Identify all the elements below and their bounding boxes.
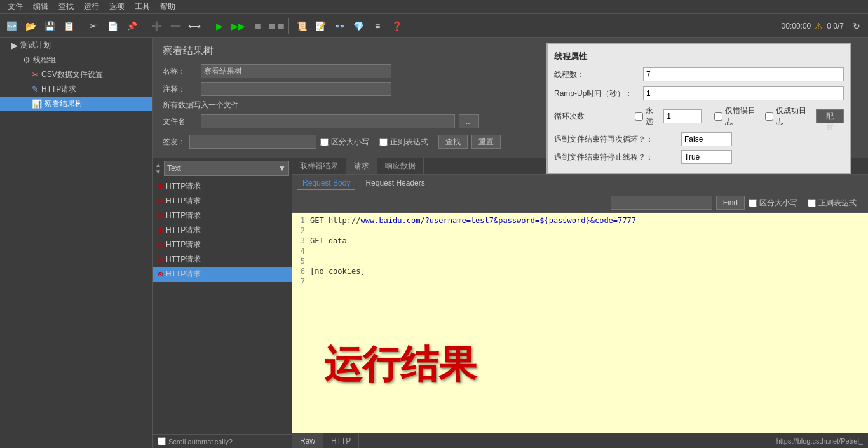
find-regex-check[interactable]: 正则表达式 — [808, 198, 857, 208]
type-dropdown[interactable]: Text ▼ — [164, 161, 289, 176]
code-url-link[interactable]: www.baidu.com/?username=test7&password=$… — [360, 216, 635, 225]
name-label: 名称： — [163, 66, 201, 77]
filename-input[interactable] — [201, 114, 455, 128]
find-input[interactable] — [611, 196, 712, 210]
result-item-6[interactable]: ⊗ HTTP请求 — [153, 252, 292, 267]
detail-panel: 取样器结果 请求 响应数据 Request Body Request Heade… — [292, 158, 868, 448]
find-button[interactable]: Find — [716, 196, 745, 210]
menu-run[interactable]: 运行 — [79, 0, 104, 13]
tb-save[interactable]: 💾 — [41, 17, 58, 35]
tb-collapse[interactable]: ➖ — [166, 17, 184, 35]
tb-diamond[interactable]: 💎 — [349, 17, 367, 35]
regex-checkbox[interactable] — [379, 138, 388, 146]
error-icon-7: ⊗ — [158, 270, 163, 278]
line-numbers: 1 2 3 4 5 6 7 — [295, 215, 310, 430]
sub-tab-headers[interactable]: Request Headers — [360, 177, 430, 190]
result-label-2: HTTP请求 — [166, 196, 201, 207]
tb-open[interactable]: 📂 — [22, 17, 39, 35]
tree-item-plan[interactable]: ▶ 测试计划 — [0, 38, 152, 53]
arrow-up[interactable]: ▲ — [155, 161, 161, 168]
tb-copy[interactable]: 📄 — [104, 17, 121, 35]
tree-item-csv[interactable]: ✂ CSV数据文件设置 — [0, 67, 152, 82]
result-item-4[interactable]: ⊗ HTTP请求 — [153, 223, 292, 238]
tb-paste[interactable]: 📌 — [123, 17, 140, 35]
search-input[interactable] — [189, 135, 316, 149]
ramp-up-input[interactable] — [643, 86, 844, 100]
find-case-checkbox[interactable] — [749, 199, 757, 207]
file-end-loop-input[interactable] — [681, 132, 732, 146]
menu-tools[interactable]: 工具 — [130, 0, 155, 13]
tb-new[interactable]: 🆕 — [3, 17, 20, 35]
find-btn[interactable]: 查找 — [438, 135, 468, 149]
reset-btn[interactable]: 重置 — [471, 135, 501, 149]
tb-cut[interactable]: ✂ — [85, 17, 102, 35]
error-icon-3: ⊗ — [158, 212, 163, 220]
sep4 — [288, 18, 289, 34]
tb-help[interactable]: ❓ — [388, 17, 405, 35]
tab-response[interactable]: 响应数据 — [377, 158, 424, 174]
code-line-1: GET http://www.baidu.com/?username=test7… — [310, 215, 865, 226]
result-item-2[interactable]: ⊗ HTTP请求 — [153, 194, 292, 208]
result-item-1[interactable]: ⊗ HTTP请求 — [153, 179, 292, 194]
bottom-tab-http[interactable]: HTTP — [323, 433, 359, 448]
tab-request[interactable]: 请求 — [346, 158, 377, 174]
forever-check[interactable]: 永远 — [635, 105, 658, 127]
loop-input[interactable] — [663, 109, 702, 123]
tb-script[interactable]: 📜 — [292, 17, 310, 35]
tb-stop[interactable]: ⏹ — [248, 17, 266, 35]
scroll-checkbox[interactable] — [158, 437, 166, 445]
code-line-2 — [310, 226, 865, 236]
tree-item-http[interactable]: ✎ HTTP请求 — [0, 82, 152, 97]
menu-find[interactable]: 查找 — [53, 0, 79, 13]
find-case-check[interactable]: 区分大小写 — [749, 198, 797, 208]
arrow-down[interactable]: ▼ — [155, 168, 161, 175]
config-btn[interactable]: 配置 — [816, 109, 844, 123]
comment-input[interactable] — [201, 82, 391, 96]
sub-tab-body[interactable]: Request Body — [297, 177, 355, 190]
tb-save2[interactable]: 📋 — [60, 17, 78, 35]
popup-title: 线程属性 — [554, 51, 844, 62]
menu-bar: 文件 编辑 查找 运行 选项 工具 帮助 — [0, 0, 868, 14]
result-items-list: ⊗ HTTP请求 ⊗ HTTP请求 ⊗ HTTP请求 ⊗ HTTP请求 — [153, 179, 292, 434]
tree-label-plan: 测试计划 — [20, 40, 51, 51]
error-log-check[interactable]: 仅错误日志 — [714, 105, 759, 127]
result-item-3[interactable]: ⊗ HTTP请求 — [153, 208, 292, 223]
case-checkbox[interactable] — [320, 138, 329, 146]
tb-expand[interactable]: ➕ — [147, 17, 165, 35]
error-log-checkbox[interactable] — [714, 112, 722, 121]
menu-edit[interactable]: 编辑 — [28, 0, 53, 13]
bottom-tab-raw[interactable]: Raw — [292, 433, 323, 448]
result-item-7[interactable]: ⊗ HTTP请求 — [153, 267, 292, 282]
tb-script2[interactable]: 📝 — [311, 17, 329, 35]
find-regex-checkbox[interactable] — [808, 199, 816, 207]
tab-sampler[interactable]: 取样器结果 — [292, 158, 346, 174]
name-input[interactable] — [201, 64, 391, 78]
forever-checkbox[interactable] — [635, 112, 643, 121]
refresh-btn[interactable]: ↻ — [848, 17, 865, 35]
ramp-up-label: Ramp-Up时间（秒）： — [554, 88, 643, 99]
menu-file[interactable]: 文件 — [3, 0, 28, 13]
success-log-check[interactable]: 仅成功日志 — [765, 105, 810, 127]
result-label-1: HTTP请求 — [166, 181, 201, 192]
code-line-4 — [310, 246, 865, 256]
success-log-checkbox[interactable] — [765, 112, 773, 121]
ln-5: 5 — [295, 256, 305, 266]
browse-btn[interactable]: ... — [459, 114, 479, 128]
tb-glasses[interactable]: 👓 — [330, 17, 348, 35]
regex-check[interactable]: 正则表达式 — [379, 137, 428, 147]
tb-stop2[interactable]: ⏹⏹ — [268, 17, 285, 35]
tb-run[interactable]: ▶ — [210, 17, 228, 35]
case-check[interactable]: 区分大小写 — [320, 137, 369, 147]
tree-item-results[interactable]: 📊 察看结果树 — [0, 97, 152, 111]
tree-item-group[interactable]: ⚙ 线程组 — [0, 53, 152, 67]
result-item-5[interactable]: ⊗ HTTP请求 — [153, 238, 292, 252]
tb-list[interactable]: ≡ — [369, 17, 386, 35]
tb-run-all[interactable]: ▶▶ — [229, 17, 247, 35]
menu-help[interactable]: 帮助 — [155, 0, 180, 13]
error-icon-4: ⊗ — [158, 226, 163, 234]
tb-toggle[interactable]: ⟷ — [186, 17, 203, 35]
thread-count-input[interactable] — [643, 67, 844, 81]
file-end-stop-input[interactable] — [681, 150, 732, 164]
menu-options[interactable]: 选项 — [104, 0, 130, 13]
code-line-3: GET data — [310, 236, 865, 246]
